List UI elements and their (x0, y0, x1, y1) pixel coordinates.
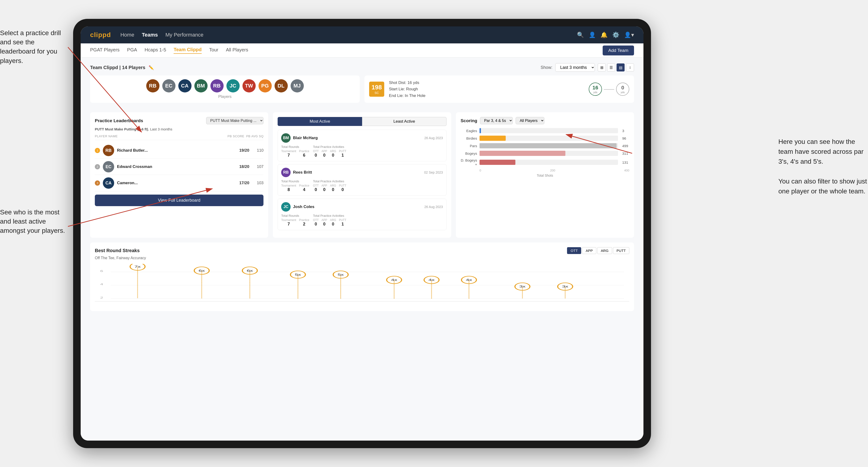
practice-act-label-3: Total Practice Activities (313, 214, 346, 217)
score-circle-1: 16 yds (589, 83, 602, 96)
bar-label-birdies: Birdies (461, 136, 477, 140)
player-avatar-4[interactable]: BM (194, 79, 208, 92)
player-avatar-7[interactable]: TW (243, 79, 256, 92)
pac-avatar-1: BM (281, 133, 290, 143)
player-avatar-6[interactable]: JC (226, 79, 240, 92)
bar-birdies: Birdies 96 (461, 135, 629, 141)
bar-track-eagles (479, 128, 618, 133)
player-avatar-9[interactable]: DL (275, 79, 288, 92)
subnav-hcaps[interactable]: Hcaps 1-5 (145, 47, 166, 54)
lh-player: PLAYER NAME (95, 134, 226, 138)
putt-stat-2: PUTT 0 (339, 184, 346, 192)
streaks-arg-btn[interactable]: ARG (597, 247, 612, 254)
subnav: PGAT Players PGA Hcaps 1-5 Team Clippd T… (81, 43, 644, 58)
svg-text:4: 4 (100, 283, 103, 286)
bar-val-bogeys: 311 (622, 151, 629, 155)
grid-view-icon[interactable]: ⊞ (598, 63, 606, 71)
players-label: Players (218, 94, 231, 99)
leaderboard-card-header: Practice Leaderboards PUTT Must Make Put… (95, 117, 264, 124)
drill-subtitle: PUTT Must Make Putting (3-6 ft), Last 3 … (95, 127, 264, 131)
subnav-pga[interactable]: PGA (127, 47, 137, 54)
bar-val-dbogeys: 131 (622, 160, 629, 164)
bar-track-dbogeys (479, 160, 618, 165)
lb-avg-1: 110 (257, 148, 264, 153)
navbar-icons: 🔍 👤 🔔 ⚙️ 👤▾ (577, 32, 634, 38)
settings-icon[interactable]: ⚙️ (612, 32, 619, 38)
navbar-teams[interactable]: Teams (142, 32, 158, 38)
bar-track-pars (479, 143, 618, 148)
rounds-label-2: Total Rounds (281, 180, 309, 183)
putt-stat-1: PUTT 1 (339, 150, 346, 158)
arg-stat-2: ARG 0 (330, 184, 336, 192)
navbar-home[interactable]: Home (120, 32, 134, 38)
bar-val-eagles: 3 (622, 129, 629, 133)
subnav-team-clippd[interactable]: Team Clippd (174, 47, 202, 54)
team-title-area: Team Clippd | 14 Players ✏️ (90, 65, 154, 70)
bar-chart: Eagles 3 Birdies 96 (461, 128, 629, 166)
scoring-filter-select[interactable]: Par 3, 4 & 5s (480, 117, 513, 124)
player-avatar-1[interactable]: RB (146, 79, 159, 92)
navbar: clippd Home Teams My Performance 🔍 👤 🔔 ⚙… (81, 26, 644, 43)
player-avatar-3[interactable]: CA (178, 79, 191, 92)
leaderboard-row-2[interactable]: 2 EC Edward Crossman 18/20 107 (95, 159, 264, 175)
scorecard-widget: 198 SC Shot Dist: 16 yds Start Lie: Roug… (365, 75, 634, 103)
people-icon[interactable]: 👤 (589, 32, 596, 38)
subnav-right: Add Team (602, 45, 634, 55)
streaks-ott-btn[interactable]: OTT (567, 247, 581, 254)
subnav-all-players[interactable]: All Players (226, 47, 248, 54)
ott-stat-1: OTT 0 (313, 150, 319, 158)
add-team-button[interactable]: Add Team (602, 45, 634, 55)
pac-header-1: BM Blair McHarg 26 Aug 2023 (281, 133, 443, 143)
player-avatar-2[interactable]: EC (162, 79, 176, 92)
bell-icon[interactable]: 🔔 (600, 32, 608, 38)
silver-medal: 2 (95, 164, 100, 169)
svg-text:2: 2 (100, 296, 103, 299)
sort-icon[interactable]: ↕ (626, 63, 634, 71)
least-active-toggle[interactable]: Least Active (362, 117, 446, 126)
rank-medal-2: 2 (95, 164, 100, 169)
rounds-row-2: Tournament 8 Practice 4 (281, 184, 309, 192)
app-stat-3: APP 0 (321, 218, 327, 227)
score-info: Shot Dist: 16 yds Start Lie: Rough End L… (389, 80, 584, 99)
bar-eagles: Eagles 3 (461, 128, 629, 133)
user-avatar-icon[interactable]: 👤▾ (624, 32, 634, 38)
activity-player-2[interactable]: RB Rees Britt 02 Sep 2023 Total Rounds T… (278, 164, 446, 196)
lb-info-3: Cameron... (117, 181, 236, 185)
activity-player-1[interactable]: BM Blair McHarg 26 Aug 2023 Total Rounds… (278, 130, 446, 161)
scoring-title: Scoring (461, 118, 477, 123)
streaks-svg: 6 4 2 7x (95, 264, 629, 301)
edit-team-icon[interactable]: ✏️ (149, 65, 154, 70)
show-select[interactable]: Last 3 months (555, 63, 595, 72)
chart-x-title: Total Shots (461, 174, 629, 177)
navbar-performance[interactable]: My Performance (165, 32, 203, 38)
practice-act-row-2: OTT 0 APP 0 ARG 0 (313, 184, 346, 192)
bar-fill-pars (479, 143, 617, 148)
player-avatar-10[interactable]: MJ (290, 79, 304, 92)
card-view-icon[interactable]: ▤ (617, 63, 625, 71)
practice-leaderboards-card: Practice Leaderboards PUTT Must Make Put… (90, 112, 268, 238)
app-stat-2: APP 0 (321, 184, 327, 192)
tournament-stat-2: Tournament 8 (281, 184, 296, 192)
svg-text:3x: 3x (519, 285, 526, 288)
show-label: Show: (540, 65, 552, 70)
search-icon[interactable]: 🔍 (577, 32, 584, 38)
most-active-toggle[interactable]: Most Active (278, 117, 362, 126)
leaderboard-row-1[interactable]: 1 RB Richard Butler... 19/20 110 (95, 143, 264, 159)
bar-fill-birdies (479, 135, 506, 141)
drill-select[interactable]: PUTT Must Make Putting ... (206, 117, 264, 124)
streaks-app-btn[interactable]: APP (582, 247, 596, 254)
view-full-leaderboard-button[interactable]: View Full Leaderboard (95, 195, 264, 206)
scoring-card: Scoring Par 3, 4 & 5s All Players Eagles (456, 112, 634, 238)
rank-medal-1: 1 (95, 148, 100, 153)
activity-player-3[interactable]: JC Josh Coles 26 Aug 2023 Total Rounds T… (278, 198, 446, 230)
player-avatar-8[interactable]: PG (258, 79, 272, 92)
lb-name-3: Cameron... (117, 181, 236, 185)
leaderboard-row-3[interactable]: 3 CA Cameron... 17/20 103 (95, 175, 264, 191)
player-avatar-5[interactable]: RB (210, 79, 224, 92)
subnav-pgat[interactable]: PGAT Players (90, 47, 120, 54)
scoring-player-select[interactable]: All Players (516, 117, 545, 124)
list-view-icon[interactable]: ☰ (607, 63, 615, 71)
subnav-tour[interactable]: Tour (209, 47, 218, 54)
pac-stats-3: Total Rounds Tournament 7 Practice 2 (281, 214, 443, 227)
streaks-putt-btn[interactable]: PUTT (613, 247, 629, 254)
